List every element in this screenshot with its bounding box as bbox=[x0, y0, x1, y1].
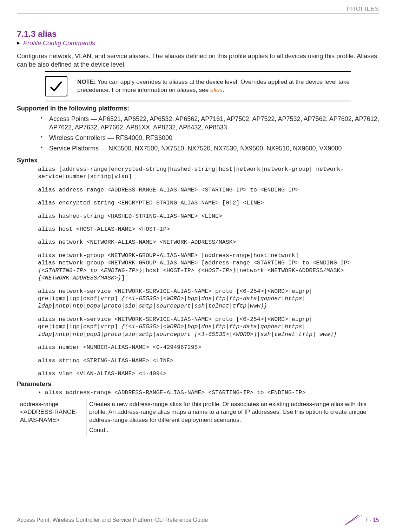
syntax-line: alias [address-range|encrypted-string|ha… bbox=[38, 166, 379, 181]
param-name-cell: address-range <ADDRESS-RANGE-ALIAS-NAME> bbox=[17, 399, 86, 436]
syntax-line: alias vlan <VLAN-ALIAS-NAME> <1-4094> bbox=[38, 370, 379, 377]
syntax-line: alias network-service <NETWORK-SERVICE-A… bbox=[38, 288, 379, 310]
syntax-line: alias number <NUMBER-ALIAS-NAME> <0-4294… bbox=[38, 344, 379, 351]
list-item: Access Points — AP6521, AP6522, AP6532, … bbox=[38, 114, 379, 133]
page-marker-icon bbox=[345, 515, 362, 525]
syntax-line: alias network-group <NETWORK-GROUP-ALIAS… bbox=[38, 252, 379, 282]
platforms-list: Access Points — AP6521, AP6522, AP6532, … bbox=[17, 114, 379, 154]
syntax-line: alias host <HOST-ALIAS-NAME> <HOST-IP> bbox=[38, 225, 379, 233]
svg-marker-0 bbox=[17, 42, 20, 45]
page-number: 7 - 15 bbox=[345, 515, 379, 525]
syntax-line: alias network-service <NETWORK-SERVICE-A… bbox=[38, 316, 379, 338]
syntax-heading: Syntax bbox=[17, 157, 379, 164]
note-block: NOTE: You can apply overrides to aliases… bbox=[45, 71, 351, 101]
intro-paragraph: Configures network, VLAN, and service al… bbox=[17, 52, 379, 69]
list-item: Service Platforms — NX5500, NX7500, NX75… bbox=[38, 143, 379, 154]
note-tail: . bbox=[223, 87, 224, 93]
note-text: NOTE: You can apply overrides to aliases… bbox=[77, 78, 351, 94]
syntax-line: alias string <STRING-ALIAS-NAME> <LINE> bbox=[38, 357, 379, 364]
table-row: address-range <ADDRESS-RANGE-ALIAS-NAME>… bbox=[17, 399, 379, 436]
footer-title: Access Point, Wireless Controller and Se… bbox=[17, 517, 208, 523]
note-label: NOTE: bbox=[77, 79, 96, 85]
note-link[interactable]: alias bbox=[210, 87, 223, 93]
syntax-line: alias address-range <ADDRESS-RANGE-ALIAS… bbox=[38, 186, 379, 194]
breadcrumb-link[interactable]: Profile Config Commands bbox=[23, 40, 95, 47]
section-title: 7.1.3 alias bbox=[17, 29, 379, 39]
parameter-syntax-line: • alias address-range <ADDRESS-RANGE-ALI… bbox=[38, 389, 379, 396]
check-icon bbox=[45, 76, 67, 96]
page-footer: Access Point, Wireless Controller and Se… bbox=[17, 515, 379, 525]
parameters-heading: Parameters bbox=[17, 381, 379, 388]
parameter-table: address-range <ADDRESS-RANGE-ALIAS-NAME>… bbox=[17, 399, 379, 437]
syntax-line: alias network <NETWORK-ALIAS-NAME> <NETW… bbox=[38, 238, 379, 246]
syntax-line: alias hashed-string <HASHED-STRING-ALIAS… bbox=[38, 213, 379, 220]
param-desc-cell: Creates a new address-range alias for th… bbox=[86, 399, 379, 436]
list-item: Wireless Controllers — RFS4000, RFS6000 bbox=[38, 133, 379, 143]
header-category: PROFILES bbox=[17, 6, 379, 14]
arrow-right-icon bbox=[17, 40, 20, 46]
syntax-line: alias encrypted-string <ENCRYPTED-STRING… bbox=[38, 199, 379, 207]
syntax-block: alias [address-range|encrypted-string|ha… bbox=[38, 166, 379, 378]
platforms-heading: Supported in the following platforms: bbox=[17, 105, 379, 112]
